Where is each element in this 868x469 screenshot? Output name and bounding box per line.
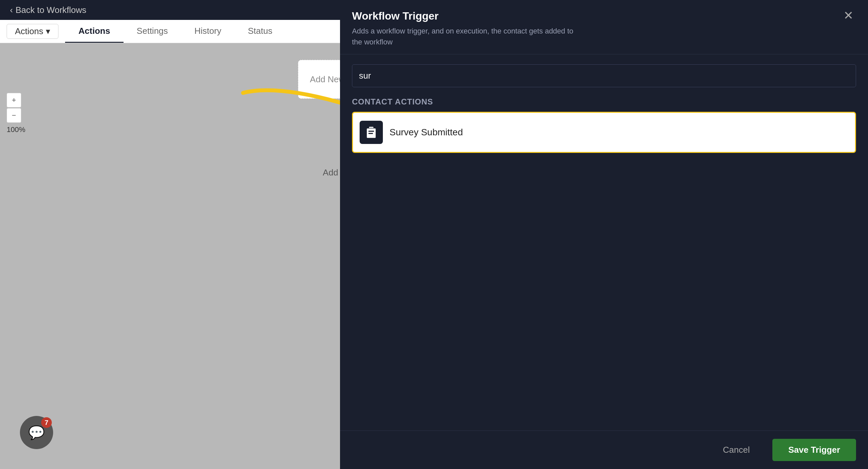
panel-subtitle: Adds a workflow trigger, and on executio… (352, 26, 584, 47)
chat-icon: 💬 (28, 425, 45, 440)
panel-title: Workflow Trigger (352, 10, 584, 22)
cancel-button[interactable]: Cancel (707, 439, 766, 461)
dropdown-chevron-icon: ▾ (46, 26, 50, 36)
actions-dropdown-label: Actions (15, 26, 43, 36)
tab-history[interactable]: History (181, 20, 235, 43)
panel-header: Workflow Trigger Adds a workflow trigger… (340, 0, 868, 55)
back-label: Back to Workflows (16, 5, 86, 15)
search-wrapper (352, 64, 856, 87)
zoom-in-button[interactable]: + (7, 93, 21, 107)
trigger-icon-box (360, 121, 383, 144)
survey-submitted-label: Survey Submitted (390, 127, 463, 138)
tab-settings[interactable]: Settings (124, 20, 181, 43)
zoom-out-button[interactable]: − (7, 108, 21, 123)
tabs-list: Actions Settings History Status (65, 20, 285, 43)
close-panel-button[interactable]: ✕ (841, 9, 856, 23)
tab-status[interactable]: Status (235, 20, 285, 43)
clipboard-icon (365, 126, 378, 139)
section-label: Contact Actions (352, 97, 856, 106)
panel-footer: Cancel Save Trigger (340, 431, 868, 469)
zoom-controls: + − 100% (7, 93, 25, 134)
panel-header-text: Workflow Trigger Adds a workflow trigger… (352, 10, 584, 47)
trigger-search-input[interactable] (352, 64, 856, 87)
zoom-level-display: 100% (7, 125, 25, 134)
survey-submitted-trigger-item[interactable]: Survey Submitted (352, 112, 856, 153)
actions-dropdown[interactable]: Actions ▾ (7, 24, 58, 39)
workflow-trigger-panel: Workflow Trigger Adds a workflow trigger… (340, 0, 868, 469)
tab-actions[interactable]: Actions (65, 20, 123, 43)
back-arrow-icon: ‹ (10, 5, 13, 15)
chat-count-badge: 7 (41, 417, 52, 428)
chat-badge[interactable]: 💬 7 (20, 416, 53, 449)
save-trigger-button[interactable]: Save Trigger (772, 439, 856, 461)
back-to-workflows-btn[interactable]: ‹ Back to Workflows (10, 5, 86, 15)
panel-body: Contact Actions Survey Submitted (340, 55, 868, 431)
